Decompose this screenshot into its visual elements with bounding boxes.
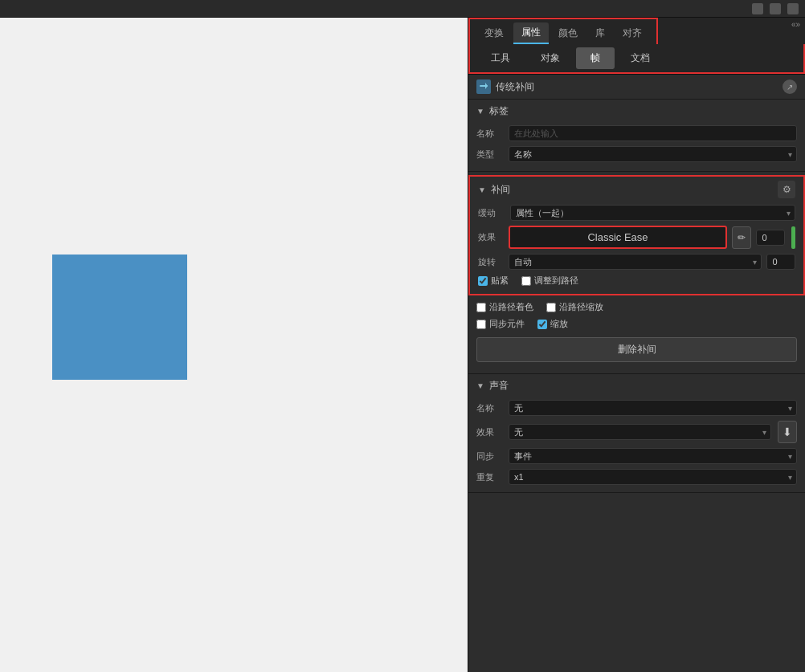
- tab-tools[interactable]: 工具: [476, 47, 525, 69]
- type-select[interactable]: 名称 注释 锚点: [509, 146, 797, 162]
- colorpath-checkbox[interactable]: [476, 303, 486, 312]
- orient-label: 调整到路径: [534, 275, 578, 287]
- tab-color[interactable]: 颜色: [550, 23, 586, 43]
- tween-header-row: ▼ 补间 ⚙: [470, 177, 803, 202]
- name-input[interactable]: [509, 125, 797, 141]
- orient-checkbox-item[interactable]: 调整到路径: [521, 275, 578, 287]
- effect-button[interactable]: Classic Ease: [509, 226, 727, 249]
- sound-name-label: 名称: [476, 402, 502, 414]
- name-field-row: 名称: [468, 123, 805, 144]
- label-section: ▼ 标签 名称 类型 名称 注释 锚点: [468, 100, 805, 172]
- tween-type-icon: [476, 79, 491, 94]
- type-select-wrap: 名称 注释 锚点: [509, 146, 797, 162]
- sound-effect-label: 效果: [476, 426, 502, 438]
- tab-properties[interactable]: 属性: [513, 22, 549, 44]
- sound-name-select-wrap: 无: [509, 400, 797, 416]
- tween-section: ▼ 补间 ⚙ 缓动 属性（一起） 简单（慢） 简单（中）: [468, 175, 805, 295]
- sound-repeat-select[interactable]: x1 x2 循环: [509, 469, 797, 485]
- sync2-checkbox[interactable]: [476, 320, 486, 329]
- snap-checkbox-item[interactable]: 贴紧: [478, 275, 509, 287]
- easing-label: 缓动: [478, 207, 504, 219]
- scale-checkbox[interactable]: [537, 320, 547, 329]
- sound-play-icon[interactable]: ⬇: [778, 421, 797, 443]
- name-label: 名称: [476, 128, 502, 140]
- scalepath-checkbox-item[interactable]: 沿路径缩放: [546, 301, 603, 313]
- tab-align[interactable]: 对齐: [615, 23, 650, 43]
- tab-library[interactable]: 库: [587, 23, 613, 43]
- sound-sync-label: 同步: [476, 450, 502, 462]
- type-label: 类型: [476, 149, 502, 161]
- scale-checkbox-item[interactable]: 缩放: [537, 318, 568, 330]
- tween-chevron[interactable]: ▼: [478, 185, 486, 194]
- snap-checkbox[interactable]: [478, 276, 488, 286]
- sound-sync-select-wrap: 事件 开始 停止 数据流: [509, 448, 797, 464]
- green-indicator: [791, 226, 795, 249]
- sound-section-title-row: ▼ 声音: [468, 374, 805, 397]
- sound-sync-select[interactable]: 事件 开始 停止 数据流: [509, 448, 797, 464]
- type-field-row: 类型 名称 注释 锚点: [468, 144, 805, 165]
- section-title: 传统补间: [496, 80, 783, 94]
- expand-arrows[interactable]: «»: [787, 18, 805, 31]
- main-layout: 变换 属性 颜色 库 对齐 «» 工具 对象 帧 文档: [0, 18, 805, 672]
- sound-section: ▼ 声音 名称 无 效果 无: [468, 374, 805, 493]
- animated-rectangle[interactable]: [52, 255, 187, 380]
- close-icon[interactable]: [787, 3, 799, 14]
- maximize-icon[interactable]: [770, 3, 781, 14]
- sound-sync-row: 同步 事件 开始 停止 数据流: [468, 446, 805, 466]
- snap-label: 贴紧: [491, 275, 509, 287]
- scalepath-label: 沿路径缩放: [559, 301, 603, 313]
- rotation-select[interactable]: 自动 顺时针 逆时针 无: [509, 254, 762, 270]
- scalepath-checkbox[interactable]: [546, 303, 556, 312]
- sound-repeat-select-wrap: x1 x2 循环: [509, 469, 797, 485]
- tween-section-inner: ▼ 补间 ⚙ 缓动 属性（一起） 简单（慢） 简单（中）: [470, 177, 803, 294]
- label-section-title-row: ▼ 标签: [468, 100, 805, 123]
- minimize-icon[interactable]: [752, 3, 763, 14]
- tab-document[interactable]: 文档: [616, 47, 664, 69]
- checkbox-section: 沿路径着色 沿路径缩放 同步元件 缩放: [468, 299, 805, 374]
- sound-name-select[interactable]: 无: [509, 400, 797, 416]
- tween-header-left: ▼ 补间: [478, 183, 510, 197]
- checkbox-row-2: 沿路径着色 沿路径缩放: [468, 299, 805, 316]
- label-section-label: 标签: [489, 104, 509, 118]
- tab-frame[interactable]: 帧: [576, 47, 615, 69]
- checkbox-row-3: 同步元件 缩放: [468, 316, 805, 332]
- effect-number-input[interactable]: [756, 230, 785, 246]
- rotation-select-wrap: 自动 顺时针 逆时针 无: [509, 254, 762, 270]
- colorpath-label: 沿路径着色: [489, 301, 533, 313]
- gear-button[interactable]: ⚙: [778, 181, 795, 198]
- easing-select[interactable]: 属性（一起） 简单（慢） 简单（中） 简单（快）: [510, 205, 795, 221]
- rotation-field-row: 旋转 自动 顺时针 逆时针 无: [470, 251, 803, 272]
- panel-content: ▼ 标签 名称 类型 名称 注释 锚点: [468, 100, 805, 672]
- sound-effect-row: 效果 无 ⬇: [468, 418, 805, 446]
- sound-section-label: 声音: [489, 379, 509, 393]
- panel-top: 变换 属性 颜色 库 对齐 «» 工具 对象 帧 文档: [468, 18, 805, 75]
- scale-label: 缩放: [550, 318, 568, 330]
- sound-effect-select-wrap: 无: [509, 424, 771, 440]
- sync2-checkbox-item[interactable]: 同步元件: [476, 318, 525, 330]
- rotation-label: 旋转: [478, 256, 504, 268]
- checkbox-row-1: 贴紧 调整到路径: [470, 272, 803, 289]
- delete-tween-button[interactable]: 删除补间: [476, 337, 797, 362]
- easing-select-wrap: 属性（一起） 简单（慢） 简单（中） 简单（快）: [510, 205, 795, 221]
- svg-marker-1: [485, 83, 488, 89]
- canvas-area: [0, 18, 468, 672]
- label-chevron[interactable]: ▼: [476, 107, 484, 116]
- colorpath-checkbox-item[interactable]: 沿路径着色: [476, 301, 533, 313]
- tab-object[interactable]: 对象: [526, 47, 574, 69]
- tab-transform[interactable]: 变换: [476, 23, 512, 43]
- section-header-tween: 传统补间 ↗: [468, 75, 805, 100]
- sound-effect-select[interactable]: 无: [509, 424, 771, 440]
- sync2-label: 同步元件: [489, 318, 525, 330]
- easing-field-row: 缓动 属性（一起） 简单（慢） 简单（中） 简单（快）: [470, 202, 803, 223]
- section-link-icon[interactable]: ↗: [783, 79, 797, 94]
- rotation-number-input[interactable]: [766, 254, 795, 270]
- tab-row-1: 变换 属性 颜色 库 对齐: [468, 18, 658, 44]
- tween-section-label: 补间: [491, 183, 510, 197]
- sound-repeat-label: 重复: [476, 471, 502, 483]
- sound-chevron[interactable]: ▼: [476, 381, 484, 390]
- orient-checkbox[interactable]: [521, 276, 531, 286]
- right-panel: 变换 属性 颜色 库 对齐 «» 工具 对象 帧 文档: [468, 18, 805, 672]
- tab-row-2: 工具 对象 帧 文档: [468, 44, 805, 74]
- top-bar: [0, 0, 805, 18]
- pencil-icon[interactable]: ✏: [732, 226, 751, 249]
